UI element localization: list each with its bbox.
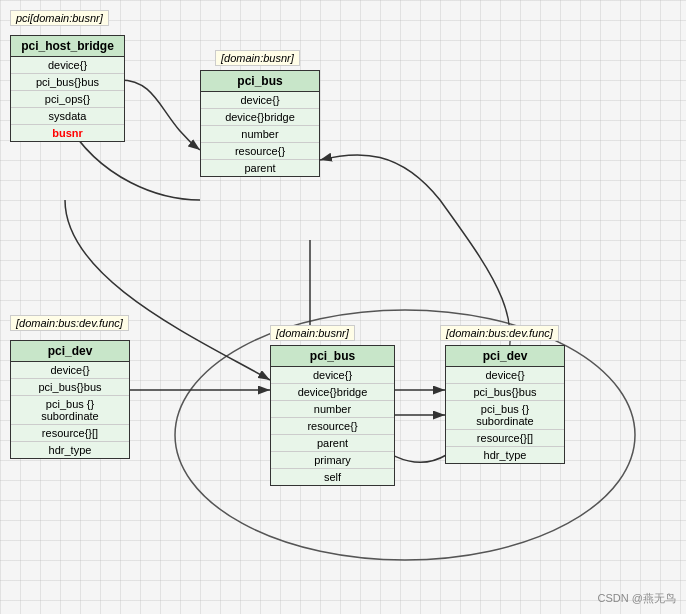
- field-self-bottom: self: [271, 469, 394, 485]
- box-title-pci-host-bridge: pci_host_bridge: [11, 36, 124, 57]
- field-pci-ops: pci_ops{}: [11, 91, 124, 108]
- field-number-bottom: number: [271, 401, 394, 418]
- box-title-pci-bus-bottom: pci_bus: [271, 346, 394, 367]
- field-resource-top: resource{}: [201, 143, 319, 160]
- box-pci-host-bridge: pci_host_bridge device{} pci_bus{}bus pc…: [10, 35, 125, 142]
- field-number-top: number: [201, 126, 319, 143]
- box-title-pci-dev-left: pci_dev: [11, 341, 129, 362]
- field-sysdata: sysdata: [11, 108, 124, 125]
- box-title-pci-dev-right: pci_dev: [446, 346, 564, 367]
- field-parent-bottom: parent: [271, 435, 394, 452]
- field-parent-top: parent: [201, 160, 319, 176]
- label-domain-bus-dev-func-right: [domain:bus:dev.func]: [440, 325, 559, 341]
- field-device-bridge-bottom: device{}bridge: [271, 384, 394, 401]
- field-busnr: busnr: [11, 125, 124, 141]
- field-hdr-type-left: hdr_type: [11, 442, 129, 458]
- field-hdr-type-right: hdr_type: [446, 447, 564, 463]
- box-pci-dev-right: pci_dev device{} pci_bus{}bus pci_bus {}…: [445, 345, 565, 464]
- field-pci-bus-bus-left: pci_bus{}bus: [11, 379, 129, 396]
- label-pci-domain-top: pci[domain:busnr]: [10, 10, 109, 26]
- field-pci-bus-bus-right: pci_bus{}bus: [446, 384, 564, 401]
- field-pci-bus-sub-left: pci_bus {} subordinate: [11, 396, 129, 425]
- label-domain-bus-dev-func-left: [domain:bus:dev.func]: [10, 315, 129, 331]
- field-pci-bus-sub-right: pci_bus {} subordinate: [446, 401, 564, 430]
- field-primary-bottom: primary: [271, 452, 394, 469]
- box-pci-dev-left: pci_dev device{} pci_bus{}bus pci_bus {}…: [10, 340, 130, 459]
- field-pci-bus-bus: pci_bus{}bus: [11, 74, 124, 91]
- watermark: CSDN @燕无鸟: [598, 591, 676, 606]
- field-resource-bottom: resource{}: [271, 418, 394, 435]
- field-resource-arr-left: resource{}[]: [11, 425, 129, 442]
- label-domain-busnr-top: [domain:busnr]: [215, 50, 300, 66]
- box-pci-bus-top: pci_bus device{} device{}bridge number r…: [200, 70, 320, 177]
- field-device-bottom: device{}: [271, 367, 394, 384]
- field-device-dev-left: device{}: [11, 362, 129, 379]
- ellipse-group: [170, 300, 640, 570]
- svg-point-0: [175, 310, 635, 560]
- field-device-bridge-top: device{}bridge: [201, 109, 319, 126]
- box-title-pci-bus-top: pci_bus: [201, 71, 319, 92]
- field-resource-arr-right: resource{}[]: [446, 430, 564, 447]
- field-device-top: device{}: [201, 92, 319, 109]
- field-device: device{}: [11, 57, 124, 74]
- box-pci-bus-bottom: pci_bus device{} device{}bridge number r…: [270, 345, 395, 486]
- label-domain-busnr-bottom: [domain:busnr]: [270, 325, 355, 341]
- field-device-dev-right: device{}: [446, 367, 564, 384]
